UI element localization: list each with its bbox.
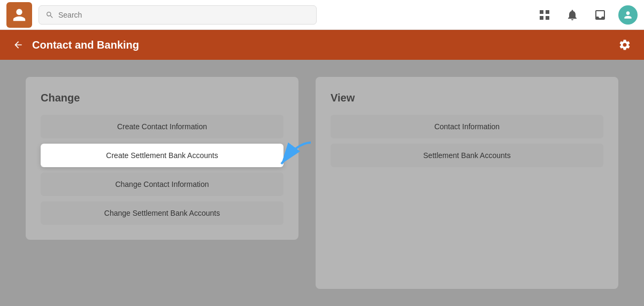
- inbox-button[interactable]: [591, 5, 610, 25]
- main-content: Change Create Contact Information Create…: [0, 60, 644, 306]
- change-settlement-bank-button[interactable]: Change Settlement Bank Accounts: [41, 201, 283, 225]
- grid-button[interactable]: [535, 5, 554, 25]
- change-contact-info-button[interactable]: Change Contact Information: [41, 172, 283, 196]
- user-icon: [12, 7, 27, 22]
- grid-icon: [538, 9, 551, 21]
- change-card: Change Create Contact Information Create…: [26, 77, 298, 240]
- topbar-right: [535, 5, 638, 25]
- change-card-title: Change: [41, 92, 283, 104]
- header-bar: Contact and Banking: [0, 30, 644, 60]
- view-card: View Contact Information Settlement Bank…: [316, 77, 618, 289]
- bell-icon: [566, 9, 579, 21]
- avatar-icon: [623, 10, 633, 20]
- view-card-title: View: [331, 92, 603, 104]
- settings-icon: [618, 38, 631, 51]
- create-settlement-bank-button[interactable]: Create Settlement Bank Accounts: [41, 144, 283, 167]
- settlement-bank-accounts-button[interactable]: Settlement Bank Accounts: [331, 144, 603, 167]
- search-icon: [45, 11, 54, 19]
- user-avatar[interactable]: [618, 5, 638, 25]
- back-icon: [13, 40, 24, 50]
- inbox-icon: [594, 9, 607, 21]
- bell-button[interactable]: [563, 5, 582, 25]
- contact-info-button[interactable]: Contact Information: [331, 115, 603, 138]
- page-title: Contact and Banking: [32, 39, 610, 51]
- settings-button[interactable]: [616, 36, 633, 53]
- cards-row: Change Create Contact Information Create…: [26, 77, 618, 289]
- search-input[interactable]: [58, 11, 310, 19]
- create-contact-info-button[interactable]: Create Contact Information: [41, 115, 283, 138]
- topbar: [0, 0, 644, 30]
- change-card-wrapper: Change Create Contact Information Create…: [26, 77, 298, 289]
- search-bar[interactable]: [39, 5, 317, 25]
- back-button[interactable]: [11, 37, 26, 52]
- avatar-button[interactable]: [6, 2, 32, 28]
